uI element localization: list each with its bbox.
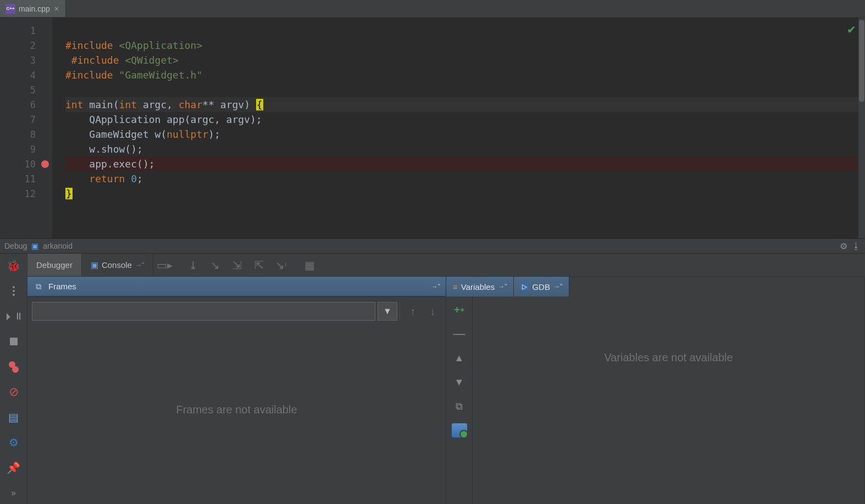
code-token: #include bbox=[71, 54, 119, 66]
line-number[interactable]: 12 bbox=[0, 186, 52, 201]
line-number[interactable]: 11 bbox=[0, 171, 52, 186]
pin-button[interactable]: 📌 bbox=[6, 460, 21, 475]
tab-label: Debugger bbox=[36, 260, 73, 270]
settings-icon[interactable]: ⚙ bbox=[840, 241, 847, 251]
code-area[interactable]: #include <QApplication> #include <QWidge… bbox=[52, 18, 865, 238]
gdb-icon: ▷ bbox=[520, 283, 529, 290]
code-token: main( bbox=[84, 99, 119, 110]
code-token: ; bbox=[137, 173, 143, 184]
tab-label: Console bbox=[102, 260, 132, 270]
tab-variables[interactable]: ≡ Variables →" bbox=[446, 277, 514, 296]
step-out-button[interactable]: ⇱ bbox=[248, 254, 270, 276]
file-tab-label: main.cpp bbox=[19, 4, 50, 13]
breakpoint-icon[interactable] bbox=[41, 160, 49, 168]
debug-tab-row: Debugger ▣ Console →" ▭▸ ⤓ ↘ ⇲ ⇱ ↘I ▦ bbox=[27, 254, 865, 277]
line-number[interactable]: 3 bbox=[0, 53, 52, 68]
console-icon: ▣ bbox=[91, 260, 98, 270]
scroll-thumb[interactable] bbox=[859, 20, 864, 102]
tab-label: GDB bbox=[532, 282, 550, 292]
code-token: #include bbox=[65, 69, 113, 81]
show-watches-button[interactable] bbox=[452, 423, 467, 438]
tab-gdb[interactable]: ▷ GDB →" bbox=[514, 277, 569, 296]
line-number[interactable]: 7 bbox=[0, 112, 52, 127]
line-number[interactable]: 9 bbox=[0, 142, 52, 156]
code-token: #include bbox=[65, 40, 113, 51]
line-number[interactable]: 8 bbox=[0, 127, 52, 142]
frames-header: ⧉ Frames →" bbox=[27, 277, 446, 296]
rerun-debug-button[interactable]: 🐞 bbox=[6, 258, 21, 273]
code-token: app.exec(); bbox=[65, 158, 155, 170]
code-token: nullptr bbox=[167, 128, 208, 140]
debug-settings-button[interactable]: ⚙ bbox=[6, 435, 21, 450]
line-number[interactable]: 6 bbox=[0, 97, 52, 112]
code-token: w.show(); bbox=[65, 143, 143, 155]
force-step-into-button[interactable]: ⇲ bbox=[226, 254, 248, 276]
view-breakpoints-button[interactable] bbox=[6, 359, 21, 374]
line-number[interactable]: 1 bbox=[0, 23, 52, 38]
remove-watch-button[interactable]: — bbox=[452, 326, 467, 341]
thread-dropdown-button[interactable]: ▼ bbox=[378, 302, 397, 321]
code-token: 0 bbox=[131, 173, 137, 184]
evaluate-expression-button[interactable]: ▦ bbox=[298, 254, 320, 276]
code-token: GameWidget w( bbox=[65, 128, 167, 140]
stop-button[interactable] bbox=[6, 334, 21, 349]
duplicate-watch-button[interactable]: ⧉ bbox=[452, 399, 467, 414]
debug-panels: ⧉ Frames →" ▼ ↑ ↓ Frames are n bbox=[27, 277, 865, 504]
debug-left-toolbar: 🐞 ⏵⏸ ⊘ ▤ ⚙ 📌 » bbox=[0, 254, 27, 504]
resume-button[interactable]: ⏵⏸ bbox=[6, 309, 21, 324]
cpp-file-icon: C++ bbox=[5, 4, 15, 14]
code-token: ); bbox=[208, 128, 220, 140]
code-token: "GameWidget.h" bbox=[119, 69, 203, 81]
new-watch-button[interactable]: +✶ bbox=[452, 302, 467, 317]
run-to-cursor-button[interactable]: ↘I bbox=[270, 254, 292, 276]
code-token: <QApplication> bbox=[119, 40, 203, 51]
frames-empty-message: Frames are not available bbox=[32, 321, 441, 499]
move-down-button[interactable]: ▼ bbox=[452, 374, 467, 390]
prev-frame-button[interactable]: ↑ bbox=[404, 302, 422, 321]
variables-tab-row: ≡ Variables →" ▷ GDB →" bbox=[446, 277, 864, 296]
next-frame-button[interactable]: ↓ bbox=[424, 302, 441, 321]
variables-panel: ≡ Variables →" ▷ GDB →" +✶ — ▲ bbox=[446, 277, 865, 504]
move-up-button[interactable]: ▲ bbox=[452, 350, 467, 366]
file-tab-main-cpp[interactable]: C++ main.cpp × bbox=[0, 0, 66, 17]
debug-toolwindow-header: Debug ▣ arkanoid ⚙ ⭳ bbox=[0, 238, 865, 254]
run-config-icon: ▣ bbox=[31, 242, 38, 250]
line-number[interactable]: 5 bbox=[0, 82, 52, 97]
code-token: argc, bbox=[137, 99, 179, 110]
more-below-button[interactable]: » bbox=[6, 485, 21, 501]
show-execution-point-button[interactable]: ▭▸ bbox=[153, 254, 175, 276]
tab-console[interactable]: ▣ Console →" bbox=[82, 254, 153, 276]
code-editor[interactable]: 1 2 3 4 5 6 7 8 9 10 11 12 #include <QAp… bbox=[0, 18, 865, 238]
code-token: int bbox=[65, 99, 84, 110]
vertical-scrollbar[interactable] bbox=[858, 18, 865, 238]
pin-icon: →" bbox=[498, 283, 507, 290]
layout-button[interactable]: ▤ bbox=[6, 410, 21, 425]
frames-title: Frames bbox=[48, 282, 76, 291]
step-over-button[interactable]: ⤓ bbox=[182, 254, 204, 276]
line-number[interactable]: 4 bbox=[0, 68, 52, 82]
variables-empty-message: Variables are not available bbox=[473, 296, 864, 504]
run-config-name: arkanoid bbox=[43, 242, 73, 250]
download-icon[interactable]: ⭳ bbox=[852, 241, 861, 251]
variables-icon: ≡ bbox=[453, 282, 458, 292]
brace-match: { bbox=[256, 99, 263, 110]
tab-debugger[interactable]: Debugger bbox=[27, 254, 82, 276]
brace-match: } bbox=[65, 188, 73, 199]
pin-icon: →" bbox=[553, 283, 562, 290]
line-number[interactable]: 10 bbox=[0, 156, 52, 171]
analysis-ok-icon[interactable]: ✔ bbox=[847, 23, 856, 36]
close-tab-icon[interactable]: × bbox=[53, 4, 60, 13]
step-into-button[interactable]: ↘ bbox=[204, 254, 226, 276]
pin-icon[interactable]: →" bbox=[431, 283, 440, 290]
toolwindow-title: Debug bbox=[4, 242, 27, 250]
frames-panel: ⧉ Frames →" ▼ ↑ ↓ Frames are n bbox=[27, 277, 446, 504]
gutter[interactable]: 1 2 3 4 5 6 7 8 9 10 11 12 bbox=[0, 18, 52, 238]
code-token: return bbox=[65, 173, 131, 184]
more-button[interactable] bbox=[6, 283, 21, 299]
tab-label: Variables bbox=[461, 282, 495, 292]
code-token: int bbox=[119, 99, 137, 110]
line-number[interactable]: 2 bbox=[0, 38, 52, 53]
debug-panel: 🐞 ⏵⏸ ⊘ ▤ ⚙ 📌 » Debugger ▣ Console →" ▭▸ … bbox=[0, 254, 865, 504]
mute-breakpoints-button[interactable]: ⊘ bbox=[6, 384, 21, 400]
thread-selector-input[interactable] bbox=[32, 302, 375, 321]
